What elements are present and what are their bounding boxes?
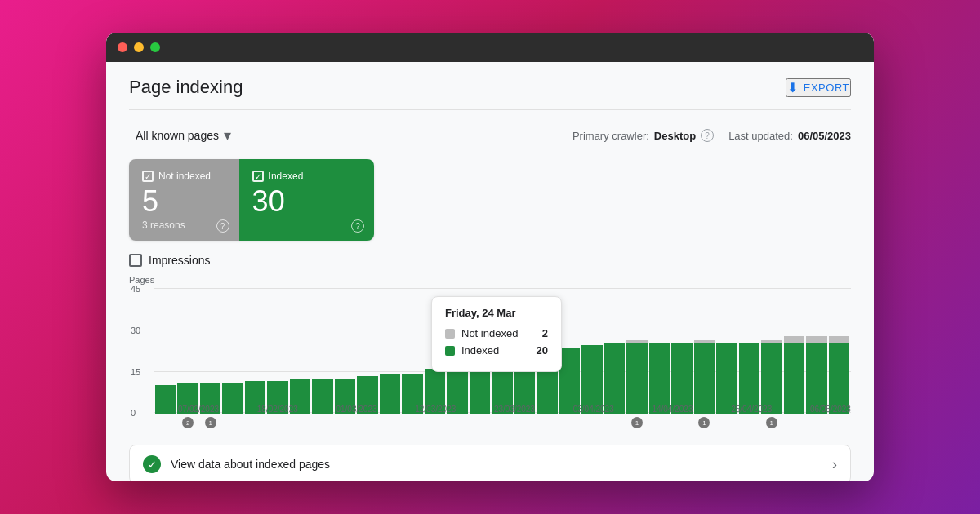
bar-group[interactable] [604, 288, 625, 414]
chart-area: Pages 45 30 15 0 [129, 275, 851, 438]
not-indexed-count: 5 [142, 187, 226, 216]
tooltip-date: Friday, 24 Mar [445, 307, 548, 319]
index-cards: ✓ Not indexed 5 3 reasons ? ✓ Indexed 30… [129, 159, 374, 241]
indexed-help-icon[interactable]: ? [351, 219, 364, 233]
bar-group[interactable]: 1 [200, 288, 220, 414]
chevron-down-icon: ▾ [224, 126, 231, 144]
tooltip-not-indexed-value: 2 [542, 327, 548, 339]
bar-indexed [626, 343, 647, 414]
download-icon: ⬇ [787, 80, 799, 95]
page-title: Page indexing [129, 77, 243, 98]
view-data-row[interactable]: ✓ View data about indexed pages › [129, 445, 851, 481]
bar-group[interactable] [245, 288, 265, 414]
crawler-help-icon[interactable]: ? [701, 129, 714, 142]
bar-badge: 1 [631, 417, 643, 428]
bar-indexed [829, 343, 849, 414]
bar-not-indexed [784, 336, 804, 343]
bar-group[interactable] [581, 288, 602, 414]
close-dot[interactable] [118, 42, 127, 52]
maximize-dot[interactable] [150, 42, 160, 52]
bar-badge: 1 [766, 417, 777, 428]
bar-indexed [604, 343, 625, 414]
bar-group[interactable]: 1 [694, 288, 715, 414]
tooltip-line [430, 288, 430, 394]
bar-group[interactable] [335, 288, 355, 414]
bar-group[interactable] [784, 288, 804, 414]
not-indexed-card[interactable]: ✓ Not indexed 5 3 reasons ? [129, 159, 239, 241]
bar-indexed [671, 343, 692, 414]
bar-indexed [806, 343, 826, 414]
bar-group[interactable]: 1 [626, 288, 647, 414]
bar-indexed [739, 343, 760, 414]
bar-group[interactable] [739, 288, 760, 414]
pages-dropdown[interactable]: All known pages ▾ [129, 122, 238, 149]
bar-group[interactable] [155, 288, 176, 414]
not-indexed-sub: 3 reasons [142, 219, 226, 231]
not-indexed-checkbox: ✓ [142, 171, 154, 182]
impressions-label: Impressions [149, 254, 210, 267]
bar-group[interactable] [290, 288, 310, 414]
bar-indexed [581, 345, 602, 414]
bar-indexed [649, 343, 670, 414]
bar-group[interactable] [806, 288, 826, 414]
bar-group[interactable]: 2 [177, 288, 198, 414]
bar-group[interactable] [716, 288, 737, 414]
page-header: Page indexing ⬇ EXPORT [129, 62, 851, 110]
indexed-count: 30 [252, 187, 361, 216]
view-data-label: View data about indexed pages [171, 458, 822, 471]
chevron-right-icon: › [832, 456, 837, 473]
chart-tooltip: Friday, 24 Mar Not indexed 2 Indexed 20 [431, 296, 562, 372]
main-content: Page indexing ⬇ EXPORT All known pages ▾… [106, 62, 874, 481]
indexed-checkbox: ✓ [252, 171, 264, 182]
bar-group[interactable] [671, 288, 692, 414]
impressions-checkbox[interactable] [129, 254, 142, 267]
bar-badge: 1 [698, 417, 710, 428]
bar-indexed [784, 343, 804, 414]
bar-group[interactable] [312, 288, 332, 414]
bar-badge: 2 [182, 417, 194, 428]
bar-not-indexed [829, 336, 849, 343]
indexed-card[interactable]: ✓ Indexed 30 ? [239, 159, 374, 241]
bar-group[interactable] [380, 288, 400, 414]
toolbar: All known pages ▾ Primary crawler: Deskt… [129, 110, 851, 159]
tooltip-not-indexed-dot [445, 329, 455, 339]
bar-group[interactable] [357, 288, 377, 414]
tooltip-not-indexed-row: Not indexed 2 [445, 327, 548, 339]
minimize-dot[interactable] [134, 42, 144, 52]
bar-group[interactable] [829, 288, 849, 414]
bar-indexed [716, 343, 737, 414]
bar-group[interactable] [559, 288, 580, 414]
tooltip-indexed-row: Indexed 20 [445, 344, 548, 357]
chart-container: 45 30 15 0 21111 [154, 288, 851, 414]
bar-not-indexed [806, 336, 826, 343]
x-labels: 07/02/2023 18/02/2023 01/03/2023 12/03/2… [178, 405, 851, 414]
bar-indexed [155, 385, 176, 414]
titlebar [106, 33, 874, 62]
bar-indexed [694, 343, 715, 414]
bar-indexed [761, 343, 782, 414]
bar-group[interactable] [222, 288, 243, 414]
not-indexed-help-icon[interactable]: ? [216, 219, 229, 233]
bar-group[interactable] [649, 288, 670, 414]
bar-badge: 1 [205, 417, 216, 428]
bar-indexed [559, 348, 580, 414]
bar-group[interactable]: 1 [761, 288, 782, 414]
bar-group[interactable] [402, 288, 422, 414]
meta-info: Primary crawler: Desktop ? Last updated:… [572, 129, 851, 142]
view-data-icon: ✓ [143, 455, 161, 473]
tooltip-indexed-value: 20 [537, 344, 548, 357]
export-button[interactable]: ⬇ EXPORT [786, 78, 851, 97]
impressions-row: Impressions [129, 254, 851, 267]
browser-window: Page indexing ⬇ EXPORT All known pages ▾… [106, 33, 874, 481]
bar-group[interactable] [267, 288, 287, 414]
tooltip-indexed-dot [445, 346, 455, 356]
